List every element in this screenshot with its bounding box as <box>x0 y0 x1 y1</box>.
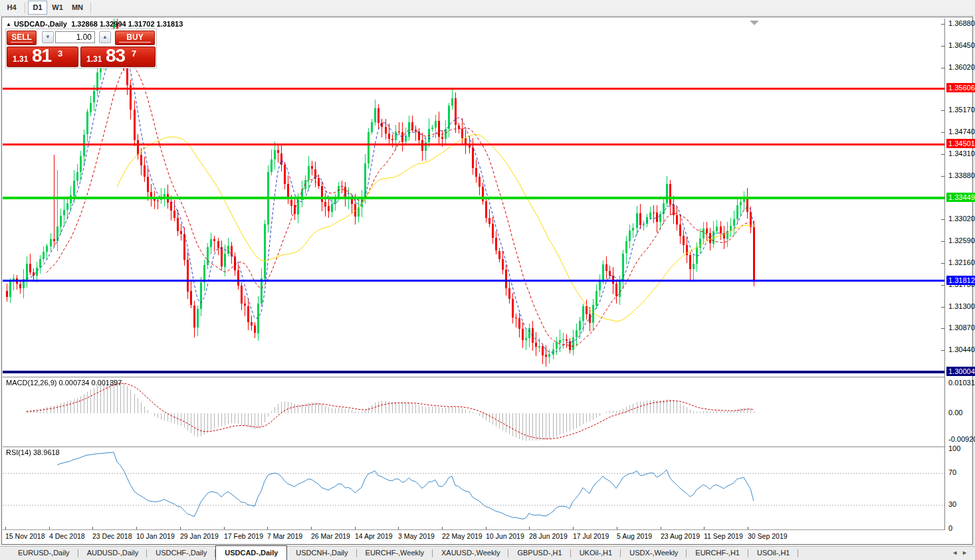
date-label: 23 Aug 2019 <box>661 532 700 540</box>
price-axis-label: 1.30870 <box>948 324 975 331</box>
bid-price-box[interactable]: 1.31 81 3 <box>7 47 78 67</box>
hline-price-badge: 1.34501 <box>946 139 975 148</box>
sell-button-label: SELL <box>11 33 32 42</box>
spinner-up-icon: ▲ <box>102 34 108 40</box>
chart-tab-eurchf-weekly[interactable]: EURCHF-,Weekly <box>357 547 433 560</box>
rsi-name: RSI(14) <box>6 448 31 456</box>
date-label: 29 Jan 2019 <box>180 532 219 540</box>
hline-price-badge: 1.31812 <box>946 276 975 285</box>
tab-scroll-arrows: ◄► <box>952 549 972 556</box>
chart-symbol-label: USDCAD-,Daily <box>14 20 67 28</box>
date-label: 14 Apr 2019 <box>355 532 393 540</box>
chart-title: ▲USDCAD-,Daily 1.32868 1.32994 1.31702 1… <box>6 20 183 28</box>
bid-price-pipette: 3 <box>58 48 62 58</box>
rsi-value: 38.9618 <box>33 448 60 456</box>
date-label: 28 Jun 2019 <box>529 532 568 540</box>
rsi-axis-label: 100 <box>948 444 960 452</box>
volume-decrease-button[interactable]: ▼ <box>42 31 54 43</box>
chart-tab-usdcnh-daily[interactable]: USDCNH-,Daily <box>287 547 356 560</box>
date-label: 11 Sep 2019 <box>704 532 743 540</box>
date-label: 10 Jan 2019 <box>136 532 175 540</box>
chart-ohlc-values: 1.32868 1.32994 1.31702 1.31813 <box>71 20 183 28</box>
chart-tab-xauusd-weekly[interactable]: XAUUSD-,Weekly <box>433 547 508 560</box>
price-axis-label: 1.35170 <box>948 106 975 114</box>
date-label: 4 Dec 2018 <box>49 532 85 540</box>
ask-price-pips: 83 <box>106 45 125 66</box>
tab-scroll-right-icon[interactable]: ► <box>962 549 972 556</box>
chart-tab-eurchf-h1[interactable]: EURCHF-,H1 <box>687 547 748 560</box>
macd-values: 0.000734 0.001397 <box>58 379 122 387</box>
hline-price-badge: 1.35606 <box>946 83 975 92</box>
price-axis-label: 1.30440 <box>948 345 975 353</box>
rsi-indicator-label: RSI(14) 38.9618 <box>6 448 60 456</box>
date-label: 15 Nov 2018 <box>5 532 45 540</box>
chart-tab-usoil-h1[interactable]: USOil-,H1 <box>748 547 799 560</box>
macd-axis-label: 0.00 <box>948 409 962 417</box>
price-axis-label: 1.33880 <box>948 171 975 179</box>
price-axis-label: 1.32160 <box>948 258 975 266</box>
sell-button[interactable]: SELL <box>7 31 37 45</box>
price-axis-label: 1.31300 <box>948 302 975 310</box>
rsi-axis-label: 70 <box>948 468 956 476</box>
price-axis-label: 1.33020 <box>948 215 975 223</box>
buy-button[interactable]: BUY <box>115 31 155 45</box>
volume-input[interactable] <box>55 31 95 43</box>
chart-tab-usdchf-daily[interactable]: USDCHF-,Daily <box>147 547 215 560</box>
hline-price-badge: 1.33449 <box>946 193 975 202</box>
timeframe-button-W1[interactable]: W1 <box>48 1 67 15</box>
macd-name: MACD(12,26,9) <box>6 379 56 387</box>
ask-price-prefix: 1.31 <box>86 54 102 64</box>
date-label: 7 Mar 2019 <box>267 532 302 540</box>
price-axis-label: 1.36450 <box>948 41 975 49</box>
date-label: 10 Jun 2019 <box>486 532 524 540</box>
tab-scroll-left-icon[interactable]: ◄ <box>952 549 962 556</box>
price-axis-label: 1.32590 <box>948 236 975 244</box>
buy-button-label: BUY <box>126 33 143 42</box>
timeframe-toolbar: H4D1W1MN <box>0 0 975 16</box>
chart-tab-audusd-daily[interactable]: AUDUSD-,Daily <box>78 547 148 560</box>
chart-tab-eurusd-daily[interactable]: EURUSD-,Daily <box>9 547 78 560</box>
rsi-axis-label: 0 <box>948 524 952 532</box>
timeframe-button-H4[interactable]: H4 <box>2 1 21 15</box>
chart-tab-bar: EURUSD-,DailyAUDUSD-,DailyUSDCHF-,DailyU… <box>0 546 975 560</box>
price-axis-label: 1.36020 <box>948 63 975 71</box>
macd-axis-label: 0.010311 <box>948 379 975 387</box>
chart-tab-usdx-weekly[interactable]: USDX-,Weekly <box>621 547 687 560</box>
chart-window: ▲USDCAD-,Daily 1.32868 1.32994 1.31702 1… <box>1 17 973 545</box>
ask-price-box[interactable]: 1.31 83 7 <box>80 47 156 67</box>
date-label: 26 Mar 2019 <box>311 532 350 540</box>
date-label: 30 Sep 2019 <box>748 532 788 540</box>
price-axis-label: 1.34310 <box>948 149 975 157</box>
price-axis-label: 1.34740 <box>948 128 975 136</box>
date-axis: 15 Nov 20184 Dec 201823 Dec 201810 Jan 2… <box>3 530 945 543</box>
date-label: 22 May 2019 <box>442 532 483 540</box>
bid-price-pips: 81 <box>32 45 51 66</box>
date-label: 17 Jul 2019 <box>573 532 609 540</box>
chart-tab-ukoil-h1[interactable]: UKOil-,H1 <box>571 547 621 560</box>
timeframe-button-MN[interactable]: MN <box>68 1 87 15</box>
price-chart-canvas[interactable] <box>3 19 945 530</box>
ask-price-pipette: 7 <box>132 48 136 58</box>
chart-tab-usdcad-daily[interactable]: USDCAD-,Daily <box>215 545 287 560</box>
bid-price-prefix: 1.31 <box>13 54 28 64</box>
macd-indicator-label: MACD(12,26,9) 0.000734 0.001397 <box>6 379 122 387</box>
one-click-trade-panel: SELL ▼ ▲ BUY 1.31 81 3 1.31 83 7 <box>5 29 157 68</box>
timeframe-button-D1[interactable]: D1 <box>28 1 47 15</box>
date-label: 5 Aug 2019 <box>617 532 652 540</box>
mt4-terminal: { "toolbar": { "timeframes": ["H4","D1",… <box>0 0 975 560</box>
macd-axis-label: -0.009203 <box>948 435 975 443</box>
date-label: 23 Dec 2018 <box>92 532 132 540</box>
date-label: 17 Feb 2019 <box>224 532 263 540</box>
hline-price-badge: 1.30004 <box>946 367 975 376</box>
price-axis-label: 1.36880 <box>948 19 975 27</box>
volume-increase-button[interactable]: ▲ <box>99 31 111 43</box>
spinner-down-icon: ▼ <box>45 34 51 40</box>
collapse-panel-icon[interactable]: ▲ <box>6 21 11 27</box>
date-label: 3 May 2019 <box>398 532 435 540</box>
chart-tab-gbpusd-h1[interactable]: GBPUSD-,H1 <box>508 547 570 560</box>
rsi-axis-label: 30 <box>948 500 956 508</box>
